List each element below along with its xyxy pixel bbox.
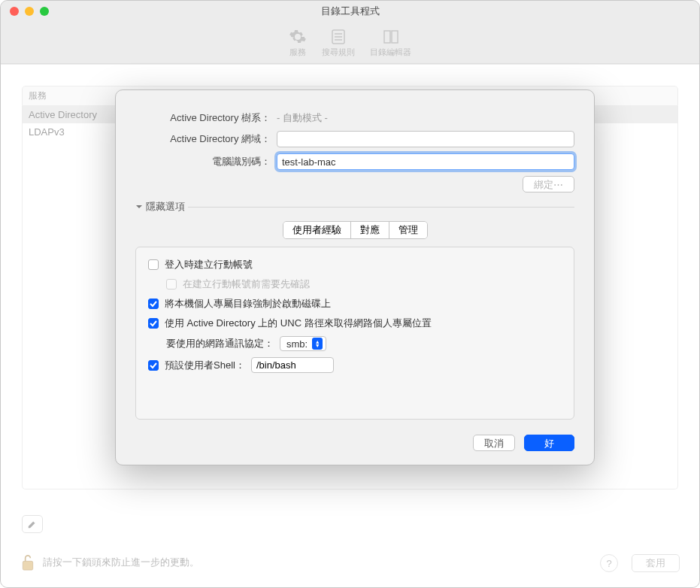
forest-label: Active Directory 樹系： [135,111,271,125]
label-protocol: 要使用的網路通訊協定： [166,337,274,350]
label-force-home: 將本機個人專屬目錄強制於啟動磁碟上 [165,297,331,311]
tab-user-experience[interactable]: 使用者經驗 [283,222,351,238]
window-title: 目錄工具程式 [1,5,699,18]
gear-icon [289,28,307,46]
label-default-shell: 預設使用者Shell： [165,359,245,372]
options-tabs: 使用者經驗 對應 管理 [283,221,428,239]
titlebar: 目錄工具程式 [1,1,699,22]
label-use-unc: 使用 Active Directory 上的 UNC 路徑來取得網路個人專屬位置 [165,317,432,330]
computer-id-label: 電腦識別碼： [135,155,271,168]
checkbox-force-home[interactable] [148,299,159,309]
toolbar-editor[interactable]: 目錄編輯器 [364,26,417,59]
domain-label: Active Directory 網域： [135,132,271,146]
svg-rect-0 [332,30,344,44]
checkbox-confirm-mobile [166,279,177,289]
ok-button[interactable]: 好 [524,435,574,451]
tab-admin[interactable]: 管理 [389,222,427,238]
toolbar-search-rules[interactable]: 搜尋規則 [316,26,361,59]
chevron-down-icon [135,203,143,211]
label-create-mobile: 登入時建立行動帳號 [165,258,253,271]
options-panel: 登入時建立行動帳號 在建立行動帳號前需要先確認 將本機個人專屬目錄強制於啟動磁碟… [135,247,574,420]
hide-options-toggle[interactable]: 隱藏選項 [135,200,574,214]
forest-value: - 自動模式 - [277,111,328,125]
ad-config-sheet: Active Directory 樹系： - 自動模式 - Active Dir… [115,89,595,465]
select-arrows-icon: ▲▼ [312,338,323,350]
checkbox-default-shell[interactable] [148,360,159,371]
cancel-button[interactable]: 取消 [473,435,515,451]
domain-input[interactable] [277,131,574,147]
shell-input[interactable] [251,357,334,373]
list-icon [329,28,347,46]
computer-id-input[interactable] [277,153,574,170]
book-icon [382,28,400,46]
checkbox-create-mobile[interactable] [148,259,159,270]
label-confirm-mobile: 在建立行動帳號前需要先確認 [183,277,310,291]
bind-button[interactable]: 綁定⋯ [523,176,574,192]
protocol-select[interactable]: smb: ▲▼ [280,336,326,351]
toolbar-services[interactable]: 服務 [283,26,313,59]
checkbox-use-unc[interactable] [148,318,159,329]
toolbar: 服務 搜尋規則 目錄編輯器 [1,22,699,64]
tab-mappings[interactable]: 對應 [351,222,389,238]
